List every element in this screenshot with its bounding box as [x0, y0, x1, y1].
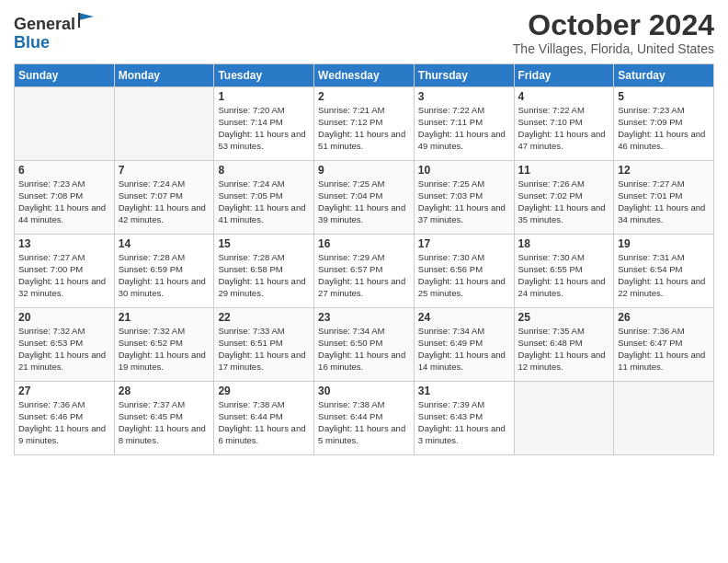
day-number: 20: [18, 311, 110, 324]
calendar-cell: [614, 382, 714, 455]
day-info: Sunrise: 7:38 AMSunset: 6:44 PMDaylight:…: [218, 399, 310, 446]
calendar-cell: 13Sunrise: 7:27 AMSunset: 7:00 PMDayligh…: [15, 235, 115, 308]
day-number: 30: [318, 385, 410, 397]
svg-marker-0: [79, 13, 94, 20]
day-number: 28: [119, 385, 210, 397]
day-number: 22: [218, 311, 310, 324]
day-info: Sunrise: 7:27 AMSunset: 7:01 PMDaylight:…: [618, 178, 710, 225]
day-info: Sunrise: 7:30 AMSunset: 6:56 PMDaylight:…: [418, 252, 510, 299]
column-header-sunday: Sunday: [15, 64, 115, 87]
day-number: 17: [418, 237, 510, 250]
calendar-cell: [514, 382, 614, 455]
day-number: 9: [318, 164, 410, 177]
day-info: Sunrise: 7:34 AMSunset: 6:49 PMDaylight:…: [418, 326, 510, 373]
calendar-cell: 15Sunrise: 7:28 AMSunset: 6:58 PMDayligh…: [214, 235, 314, 308]
calendar-cell: 19Sunrise: 7:31 AMSunset: 6:54 PMDayligh…: [614, 235, 714, 308]
day-number: 11: [518, 164, 610, 177]
day-info: Sunrise: 7:39 AMSunset: 6:43 PMDaylight:…: [418, 399, 510, 446]
day-info: Sunrise: 7:31 AMSunset: 6:54 PMDaylight:…: [618, 252, 710, 299]
calendar-cell: 20Sunrise: 7:32 AMSunset: 6:53 PMDayligh…: [15, 308, 115, 382]
logo-flag-icon: [77, 11, 96, 29]
calendar-cell: 16Sunrise: 7:29 AMSunset: 6:57 PMDayligh…: [314, 235, 415, 308]
day-number: 19: [618, 237, 710, 250]
day-info: Sunrise: 7:32 AMSunset: 6:53 PMDaylight:…: [18, 326, 110, 373]
day-info: Sunrise: 7:28 AMSunset: 6:58 PMDaylight:…: [218, 252, 310, 299]
calendar-week-row: 13Sunrise: 7:27 AMSunset: 7:00 PMDayligh…: [15, 235, 714, 308]
column-header-tuesday: Tuesday: [214, 64, 314, 87]
day-info: Sunrise: 7:22 AMSunset: 7:10 PMDaylight:…: [518, 105, 610, 152]
calendar-cell: 2Sunrise: 7:21 AMSunset: 7:12 PMDaylight…: [314, 87, 415, 161]
calendar-cell: 3Sunrise: 7:22 AMSunset: 7:11 PMDaylight…: [414, 87, 514, 161]
day-info: Sunrise: 7:24 AMSunset: 7:07 PMDaylight:…: [119, 178, 210, 225]
day-info: Sunrise: 7:27 AMSunset: 7:00 PMDaylight:…: [18, 252, 110, 299]
day-number: 12: [618, 164, 710, 177]
calendar-cell: 1Sunrise: 7:20 AMSunset: 7:14 PMDaylight…: [214, 87, 314, 161]
day-number: 16: [318, 237, 410, 250]
calendar-table: SundayMondayTuesdayWednesdayThursdayFrid…: [14, 63, 714, 455]
day-info: Sunrise: 7:33 AMSunset: 6:51 PMDaylight:…: [218, 326, 310, 373]
day-number: 6: [18, 164, 110, 177]
day-info: Sunrise: 7:26 AMSunset: 7:02 PMDaylight:…: [518, 178, 610, 225]
calendar-header-row: SundayMondayTuesdayWednesdayThursdayFrid…: [15, 64, 714, 87]
day-number: 26: [618, 311, 710, 324]
calendar-body: 1Sunrise: 7:20 AMSunset: 7:14 PMDaylight…: [15, 87, 714, 455]
day-number: 27: [18, 385, 110, 397]
calendar-cell: 22Sunrise: 7:33 AMSunset: 6:51 PMDayligh…: [214, 308, 314, 382]
day-number: 7: [119, 164, 210, 177]
calendar-cell: 17Sunrise: 7:30 AMSunset: 6:56 PMDayligh…: [414, 235, 514, 308]
calendar-cell: 14Sunrise: 7:28 AMSunset: 6:59 PMDayligh…: [114, 235, 214, 308]
page-header: General Blue October 2024 The Villages, …: [14, 9, 714, 56]
day-number: 21: [119, 311, 210, 324]
title-area: October 2024 The Villages, Florida, Unit…: [513, 9, 714, 56]
calendar-cell: 23Sunrise: 7:34 AMSunset: 6:50 PMDayligh…: [314, 308, 415, 382]
day-info: Sunrise: 7:36 AMSunset: 6:47 PMDaylight:…: [618, 326, 710, 373]
calendar-cell: 21Sunrise: 7:32 AMSunset: 6:52 PMDayligh…: [114, 308, 214, 382]
calendar-cell: 5Sunrise: 7:23 AMSunset: 7:09 PMDaylight…: [614, 87, 714, 161]
day-number: 14: [119, 237, 210, 250]
calendar-cell: 6Sunrise: 7:23 AMSunset: 7:08 PMDaylight…: [15, 161, 115, 235]
day-number: 5: [618, 90, 710, 103]
column-header-saturday: Saturday: [614, 64, 714, 87]
day-info: Sunrise: 7:21 AMSunset: 7:12 PMDaylight:…: [318, 105, 410, 152]
day-info: Sunrise: 7:34 AMSunset: 6:50 PMDaylight:…: [318, 326, 410, 373]
day-info: Sunrise: 7:36 AMSunset: 6:46 PMDaylight:…: [18, 399, 110, 446]
column-header-wednesday: Wednesday: [314, 64, 415, 87]
day-number: 18: [518, 237, 610, 250]
calendar-cell: 12Sunrise: 7:27 AMSunset: 7:01 PMDayligh…: [614, 161, 714, 235]
day-info: Sunrise: 7:30 AMSunset: 6:55 PMDaylight:…: [518, 252, 610, 299]
day-number: 2: [318, 90, 410, 103]
calendar-cell: 31Sunrise: 7:39 AMSunset: 6:43 PMDayligh…: [414, 382, 514, 455]
day-number: 10: [418, 164, 510, 177]
day-number: 8: [218, 164, 310, 177]
column-header-monday: Monday: [114, 64, 214, 87]
calendar-cell: 11Sunrise: 7:26 AMSunset: 7:02 PMDayligh…: [514, 161, 614, 235]
calendar-week-row: 20Sunrise: 7:32 AMSunset: 6:53 PMDayligh…: [15, 308, 714, 382]
column-header-thursday: Thursday: [414, 64, 514, 87]
calendar-week-row: 6Sunrise: 7:23 AMSunset: 7:08 PMDaylight…: [15, 161, 714, 235]
calendar-cell: 30Sunrise: 7:38 AMSunset: 6:44 PMDayligh…: [314, 382, 415, 455]
calendar-cell: 8Sunrise: 7:24 AMSunset: 7:05 PMDaylight…: [214, 161, 314, 235]
logo-text-general: General: [14, 15, 75, 33]
day-info: Sunrise: 7:22 AMSunset: 7:11 PMDaylight:…: [418, 105, 510, 152]
logo-text-blue: Blue: [14, 33, 50, 52]
column-header-friday: Friday: [514, 64, 614, 87]
day-info: Sunrise: 7:35 AMSunset: 6:48 PMDaylight:…: [518, 326, 610, 373]
day-number: 1: [218, 90, 310, 103]
day-number: 23: [318, 311, 410, 324]
day-info: Sunrise: 7:23 AMSunset: 7:08 PMDaylight:…: [18, 178, 110, 225]
logo: General Blue: [14, 13, 96, 52]
day-info: Sunrise: 7:28 AMSunset: 6:59 PMDaylight:…: [119, 252, 210, 299]
calendar-cell: 7Sunrise: 7:24 AMSunset: 7:07 PMDaylight…: [114, 161, 214, 235]
day-number: 29: [218, 385, 310, 397]
calendar-cell: 18Sunrise: 7:30 AMSunset: 6:55 PMDayligh…: [514, 235, 614, 308]
day-number: 25: [518, 311, 610, 324]
calendar-cell: 25Sunrise: 7:35 AMSunset: 6:48 PMDayligh…: [514, 308, 614, 382]
day-info: Sunrise: 7:37 AMSunset: 6:45 PMDaylight:…: [119, 399, 210, 446]
calendar-cell: 10Sunrise: 7:25 AMSunset: 7:03 PMDayligh…: [414, 161, 514, 235]
calendar-cell: [114, 87, 214, 161]
day-number: 13: [18, 237, 110, 250]
day-info: Sunrise: 7:25 AMSunset: 7:03 PMDaylight:…: [418, 178, 510, 225]
calendar-cell: 26Sunrise: 7:36 AMSunset: 6:47 PMDayligh…: [614, 308, 714, 382]
location-title: The Villages, Florida, United States: [513, 41, 714, 56]
day-number: 31: [418, 385, 510, 397]
